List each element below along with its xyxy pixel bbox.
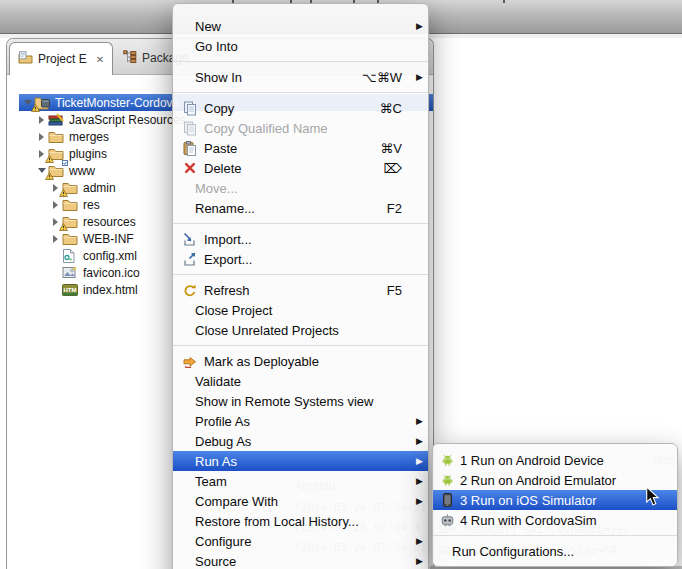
tree-item-label: www bbox=[69, 164, 95, 178]
submenu-item-4-run-with-cordovasim[interactable]: 4 Run with CordovaSim bbox=[433, 510, 677, 530]
run-as-submenu: 1 Run on Android Device2 Run on Android … bbox=[432, 443, 678, 567]
menu-item-label: Go Into bbox=[195, 39, 402, 54]
menu-item-label: Delete bbox=[204, 161, 384, 176]
tree-item-label: index.html bbox=[83, 283, 138, 297]
menu-item-label: Export... bbox=[204, 252, 402, 267]
menu-item-compare-with[interactable]: Compare With▶ bbox=[173, 491, 428, 511]
menu-item-paste[interactable]: Paste⌘V bbox=[173, 138, 428, 158]
view-tab-project-e[interactable]: Project E✕ bbox=[9, 42, 113, 75]
menu-item-label: Paste bbox=[204, 141, 380, 156]
package-explorer-icon bbox=[123, 50, 137, 66]
cordovasim-icon bbox=[440, 514, 455, 527]
xml-file-icon bbox=[62, 248, 81, 263]
delete-icon bbox=[181, 162, 198, 174]
menu-item-rename[interactable]: Rename...F2 bbox=[173, 198, 428, 218]
mouse-cursor bbox=[645, 486, 660, 508]
menu-item-close-project[interactable]: Close Project bbox=[173, 300, 428, 320]
menu-item-label: Mark as Deployable bbox=[204, 354, 402, 369]
copy-icon bbox=[181, 101, 198, 116]
folder-icon bbox=[62, 231, 81, 246]
view-tab-label: Project E bbox=[38, 52, 87, 66]
menu-item-profile-as[interactable]: Profile As▶ bbox=[173, 411, 428, 431]
menu-item-label: Copy bbox=[204, 101, 380, 116]
folder-icon bbox=[48, 163, 67, 178]
menu-item-copy-qualified-name[interactable]: Copy Qualified Name bbox=[173, 118, 428, 138]
menu-item-label: Source bbox=[195, 554, 402, 569]
menu-item-label: New bbox=[195, 19, 402, 34]
menu-item-debug-as[interactable]: Debug As▶ bbox=[173, 431, 428, 451]
menu-item-label: Close Unrelated Projects bbox=[195, 323, 402, 338]
export-icon bbox=[181, 252, 198, 266]
menu-separator bbox=[173, 274, 428, 275]
menu-item-label: Compare With bbox=[195, 494, 402, 509]
folder-icon bbox=[62, 197, 81, 212]
project-context-menu: New▶Go IntoShow In⌥⌘W▶Copy⌘CCopy Qualifi… bbox=[172, 3, 429, 569]
menu-item-close-unrelated-projects[interactable]: Close Unrelated Projects bbox=[173, 320, 428, 340]
tree-item-label: plugins bbox=[69, 147, 107, 161]
menu-item-move[interactable]: Move... bbox=[173, 178, 428, 198]
image-file-icon bbox=[62, 265, 81, 280]
menu-item-refresh[interactable]: RefreshF5 bbox=[173, 280, 428, 300]
project-explorer-icon bbox=[18, 51, 33, 67]
submenu-item-run-configurations[interactable]: Run Configurations... bbox=[433, 541, 677, 561]
toolbar-tick bbox=[503, 0, 505, 3]
menu-item-import[interactable]: Import... bbox=[173, 229, 428, 249]
close-tab-icon[interactable]: ✕ bbox=[96, 54, 104, 65]
html-file-icon: HTM bbox=[62, 282, 81, 297]
submenu-item-2-run-on-android-emulator[interactable]: 2 Run on Android Emulator bbox=[433, 470, 677, 490]
iphone-icon bbox=[440, 493, 455, 507]
menu-item-label: Show In bbox=[195, 70, 362, 85]
submenu-arrow-icon: ▶ bbox=[410, 436, 423, 446]
submenu-item-1-run-on-android-device[interactable]: 1 Run on Android Device bbox=[433, 450, 677, 470]
expand-arrow-icon[interactable] bbox=[49, 235, 62, 243]
submenu-item-3-run-on-ios-simulator[interactable]: 3 Run on iOS Simulator bbox=[433, 490, 677, 510]
menu-item-label: Import... bbox=[204, 232, 402, 247]
expand-arrow-icon[interactable] bbox=[35, 133, 48, 141]
menu-item-mark-as-deployable[interactable]: Mark as Deployable bbox=[173, 351, 428, 371]
menu-item-label: 4 Run with CordovaSim bbox=[460, 513, 651, 528]
menu-item-validate[interactable]: Validate bbox=[173, 371, 428, 391]
tree-item-label: res bbox=[83, 198, 100, 212]
check-overlay-icon bbox=[62, 160, 68, 166]
tree-item-label: favicon.ico bbox=[83, 266, 140, 280]
menu-item-show-in-remote-systems-view[interactable]: Show in Remote Systems view bbox=[173, 391, 428, 411]
menu-item-shortcut: ⌦ bbox=[384, 161, 402, 176]
expand-arrow-icon[interactable] bbox=[49, 201, 62, 209]
menu-item-label: 2 Run on Android Emulator bbox=[460, 473, 651, 488]
project-icon bbox=[34, 95, 53, 110]
menu-item-new[interactable]: New▶ bbox=[173, 16, 428, 36]
svg-text:HTM: HTM bbox=[64, 286, 77, 292]
submenu-arrow-icon: ▶ bbox=[410, 556, 423, 566]
menu-item-source[interactable]: Source▶ bbox=[173, 551, 428, 569]
menu-item-configure[interactable]: Configure▶ bbox=[173, 531, 428, 551]
folder-icon bbox=[62, 214, 81, 229]
menu-item-label: Profile As bbox=[195, 414, 402, 429]
menu-item-label: Run As bbox=[195, 454, 402, 469]
submenu-arrow-icon: ▶ bbox=[410, 416, 423, 426]
menu-item-label: Show in Remote Systems view bbox=[195, 394, 402, 409]
menu-item-delete[interactable]: Delete⌦ bbox=[173, 158, 428, 178]
menu-separator bbox=[173, 345, 428, 346]
menu-item-label: Debug As bbox=[195, 434, 402, 449]
menu-item-label: 3 Run on iOS Simulator bbox=[460, 493, 651, 508]
menu-item-shortcut: F5 bbox=[387, 283, 402, 298]
menu-item-shortcut: ⌘C bbox=[380, 101, 402, 116]
android-icon bbox=[440, 454, 455, 467]
tree-item-label: merges bbox=[69, 130, 109, 144]
menu-item-shortcut: F2 bbox=[387, 201, 402, 216]
js-resources-icon bbox=[48, 112, 67, 127]
menu-item-copy[interactable]: Copy⌘C bbox=[173, 98, 428, 118]
menu-item-show-in[interactable]: Show In⌥⌘W▶ bbox=[173, 67, 428, 87]
menu-item-label: Refresh bbox=[204, 283, 387, 298]
menu-item-label: 1 Run on Android Device bbox=[460, 453, 651, 468]
menu-item-run-as[interactable]: Run As▶ bbox=[173, 451, 428, 471]
menu-item-restore-from-local-history[interactable]: Restore from Local History... bbox=[173, 511, 428, 531]
tree-item-label: config.xml bbox=[83, 249, 137, 263]
menu-separator bbox=[173, 223, 428, 224]
expand-arrow-icon[interactable] bbox=[35, 116, 48, 124]
menu-item-shortcut: ⌥⌘W bbox=[362, 70, 402, 85]
menu-item-go-into[interactable]: Go Into bbox=[173, 36, 428, 56]
menu-item-label: Team bbox=[195, 474, 402, 489]
menu-item-team[interactable]: Team▶ bbox=[173, 471, 428, 491]
menu-item-export[interactable]: Export... bbox=[173, 249, 428, 269]
